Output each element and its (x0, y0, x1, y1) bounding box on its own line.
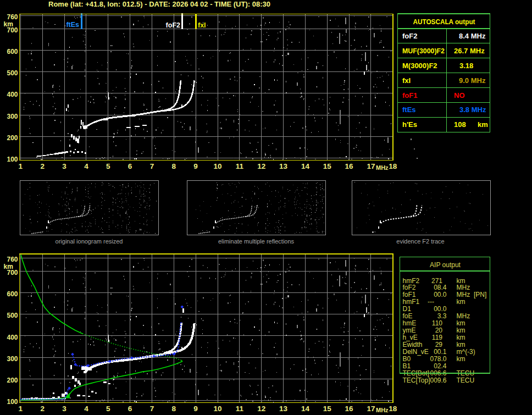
svg-text:3: 3 (62, 405, 66, 413)
svg-text:400: 400 (7, 91, 18, 98)
svg-text:009.6: 009.6 (430, 377, 446, 384)
svg-text:500: 500 (7, 312, 18, 319)
svg-text:11: 11 (236, 162, 244, 170)
svg-text:foE: foE (403, 312, 413, 320)
svg-text:3.3: 3.3 (437, 312, 447, 320)
svg-text:MHz: MHz (376, 164, 389, 171)
svg-text:15: 15 (323, 162, 332, 170)
svg-text:119: 119 (432, 334, 442, 341)
svg-text:3.8 MHz: 3.8 MHz (459, 106, 486, 114)
svg-text:2: 2 (40, 405, 45, 413)
svg-text:Ewidth: Ewidth (403, 341, 423, 348)
svg-text:08.4: 08.4 (434, 284, 447, 291)
svg-text:16: 16 (345, 405, 353, 413)
svg-text:600: 600 (7, 290, 18, 298)
svg-text:110: 110 (432, 319, 442, 327)
svg-text:AIP output: AIP output (430, 261, 461, 269)
svg-text:4: 4 (84, 162, 88, 170)
svg-text:3: 3 (62, 162, 66, 170)
svg-text:1: 1 (19, 405, 23, 413)
svg-text:1: 1 (19, 162, 23, 170)
svg-text:hmE: hmE (403, 319, 417, 327)
svg-text:foF1: foF1 (402, 91, 417, 99)
svg-text:9.0 MHz: 9.0 MHz (459, 76, 486, 85)
svg-text:9: 9 (193, 162, 198, 170)
svg-text:12: 12 (257, 405, 265, 413)
svg-text:17: 17 (367, 162, 375, 170)
svg-text:MHz: MHz (457, 291, 470, 298)
svg-text:NO: NO (454, 91, 465, 99)
svg-text:200: 200 (7, 377, 18, 384)
svg-text:20: 20 (435, 327, 443, 334)
svg-text:MHz: MHz (376, 407, 389, 413)
svg-text:fxI: fxI (198, 21, 206, 29)
svg-text:10: 10 (213, 405, 221, 413)
svg-text:00.1: 00.1 (434, 348, 447, 356)
svg-text:5: 5 (106, 162, 110, 170)
svg-text:14: 14 (301, 162, 310, 170)
svg-text:8: 8 (171, 405, 176, 413)
svg-text:km: km (4, 263, 13, 270)
svg-text:km: km (457, 277, 465, 285)
svg-text:500: 500 (7, 69, 18, 77)
svg-text:km: km (457, 334, 465, 341)
svg-text:m^(-3): m^(-3) (457, 348, 475, 356)
svg-text:17: 17 (367, 405, 375, 413)
svg-text:15: 15 (323, 405, 332, 413)
svg-text:02.4: 02.4 (434, 362, 447, 370)
svg-text:6: 6 (128, 405, 132, 413)
svg-text:3.18: 3.18 (459, 62, 473, 70)
svg-text:26.7 MHz: 26.7 MHz (454, 47, 485, 55)
svg-text:2: 2 (40, 162, 45, 170)
svg-text:AUTOSCALA output: AUTOSCALA output (413, 18, 476, 26)
svg-text:8: 8 (171, 162, 176, 170)
svg-text:13: 13 (279, 405, 288, 413)
svg-text:18: 18 (389, 405, 397, 413)
svg-text:km: km (4, 20, 13, 28)
svg-text:6: 6 (128, 162, 132, 170)
svg-text:km: km (457, 319, 465, 327)
svg-text:km: km (457, 298, 465, 306)
svg-text:00.0: 00.0 (434, 291, 447, 298)
svg-text:foF1: foF1 (403, 291, 416, 298)
svg-text:300: 300 (7, 113, 18, 120)
svg-text:Rome (lat: +41.8, lon: 012.5): Rome (lat: +41.8, lon: 012.5) - DATE: 20… (48, 0, 270, 8)
svg-text:ftEs: ftEs (66, 21, 79, 29)
svg-text:7: 7 (150, 405, 154, 413)
svg-text:300: 300 (7, 355, 18, 363)
svg-text:h'Es: h'Es (402, 120, 417, 129)
svg-text:13: 13 (279, 162, 288, 170)
svg-text:4: 4 (84, 405, 88, 413)
svg-text:km: km (457, 327, 465, 334)
svg-text:km: km (478, 120, 488, 129)
svg-text:16: 16 (345, 162, 353, 170)
svg-text:11: 11 (236, 405, 244, 413)
svg-text:100: 100 (7, 156, 18, 163)
svg-text:D1: D1 (403, 305, 412, 313)
svg-text:108: 108 (454, 120, 466, 129)
svg-text:18: 18 (389, 162, 397, 170)
svg-text:00.0: 00.0 (434, 305, 447, 313)
svg-text:10: 10 (213, 162, 221, 170)
svg-text:DelN_vE: DelN_vE (403, 348, 429, 356)
svg-text:---: --- (428, 298, 434, 306)
svg-text:km: km (457, 355, 465, 363)
svg-text:7: 7 (150, 162, 154, 170)
svg-text:original ionogram resized: original ionogram resized (56, 238, 123, 245)
svg-text:271: 271 (431, 277, 442, 285)
svg-text:[PN]: [PN] (474, 291, 486, 298)
svg-text:M(3000)F2: M(3000)F2 (402, 62, 437, 70)
svg-text:100: 100 (7, 398, 18, 406)
svg-text:29: 29 (435, 341, 443, 348)
svg-text:foF2: foF2 (402, 32, 417, 40)
svg-text:foF2: foF2 (166, 21, 180, 29)
svg-text:8.4 MHz: 8.4 MHz (459, 32, 486, 40)
svg-text:400: 400 (7, 334, 18, 341)
svg-text:TECU: TECU (457, 377, 475, 384)
svg-text:h_vE: h_vE (403, 334, 418, 341)
svg-text:200: 200 (7, 134, 18, 142)
svg-text:hmF2: hmF2 (403, 277, 420, 285)
svg-text:B0: B0 (403, 355, 411, 363)
svg-text:14: 14 (301, 405, 310, 413)
svg-text:hmF1: hmF1 (403, 298, 420, 306)
